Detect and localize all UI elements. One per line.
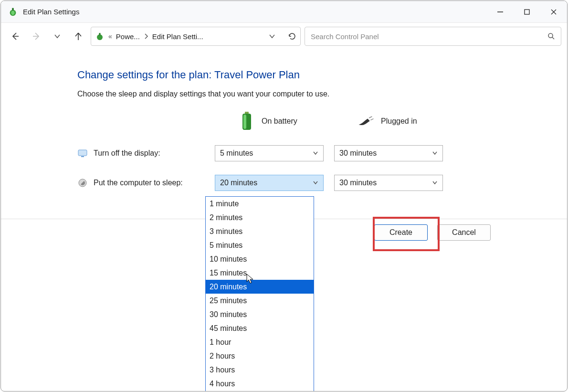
search-icon[interactable] [547, 32, 555, 40]
footer-buttons: Create Cancel [374, 224, 491, 241]
address-bar[interactable]: « Powe... Edit Plan Setti... [91, 27, 301, 46]
select-display-battery-value: 5 minutes [220, 149, 253, 158]
svg-rect-18 [78, 150, 87, 156]
chevron-down-icon [432, 180, 438, 186]
select-sleep-battery[interactable]: 20 minutes [215, 175, 324, 191]
chevron-down-icon [313, 150, 318, 156]
recent-locations-button[interactable] [49, 28, 66, 45]
row-label-display: Turn off the display: [77, 148, 206, 159]
svg-rect-19 [81, 156, 84, 157]
svg-rect-1 [12, 8, 14, 11]
svg-rect-4 [525, 10, 529, 14]
dropdown-option[interactable]: 1 hour [206, 335, 314, 349]
settings-grid: On battery Plugged in Turn off the displ [77, 111, 491, 191]
row-label-display-text: Turn off the display: [94, 149, 160, 158]
breadcrumb-separator-icon[interactable] [143, 33, 149, 39]
svg-point-2 [11, 11, 14, 15]
column-header-plugged: Plugged in [334, 111, 445, 132]
svg-rect-15 [243, 115, 246, 129]
window-frame: Edit Plan Settings « Powe [0, 0, 568, 392]
battery-icon [239, 111, 255, 132]
select-display-plugged[interactable]: 30 minutes [334, 145, 443, 161]
chevron-down-icon [432, 150, 438, 156]
svg-line-16 [369, 117, 372, 118]
row-label-sleep-text: Put the computer to sleep: [94, 179, 183, 187]
dropdown-option[interactable]: 5 hours [206, 391, 314, 392]
sleep-icon [77, 178, 88, 188]
svg-line-12 [552, 37, 554, 39]
breadcrumb-item-editplan[interactable]: Edit Plan Setti... [152, 32, 203, 41]
close-button[interactable] [540, 1, 567, 23]
row-label-sleep: Put the computer to sleep: [77, 178, 206, 188]
breadcrumb-overflow-icon[interactable]: « [107, 32, 113, 40]
select-sleep-plugged[interactable]: 30 minutes [334, 175, 443, 191]
window-title: Edit Plan Settings [23, 8, 79, 16]
back-button[interactable] [7, 28, 24, 45]
dropdown-option[interactable]: 15 minutes [206, 266, 314, 280]
svg-rect-10 [99, 33, 101, 35]
dropdown-option[interactable]: 5 minutes [206, 238, 314, 252]
dropdown-option[interactable]: 2 hours [206, 349, 314, 363]
create-button-label: Create [389, 228, 412, 237]
column-header-battery-label: On battery [262, 117, 297, 126]
search-placeholder: Search Control Panel [311, 32, 547, 41]
titlebar: Edit Plan Settings [1, 1, 567, 23]
plug-icon [358, 111, 374, 132]
dropdown-option[interactable]: 4 hours [206, 377, 314, 391]
cancel-button[interactable]: Cancel [437, 224, 491, 241]
cancel-button-label: Cancel [452, 228, 476, 237]
dropdown-option[interactable]: 3 hours [206, 363, 314, 377]
content-area: Change settings for the plan: Travel Pow… [1, 50, 567, 191]
svg-point-11 [548, 33, 553, 38]
dropdown-option[interactable]: 1 minute [206, 197, 314, 211]
forward-button[interactable] [28, 28, 45, 45]
nav-toolbar: « Powe... Edit Plan Setti... Search Cont… [1, 23, 567, 50]
location-icon [95, 32, 105, 41]
column-header-battery: On battery [215, 111, 326, 132]
dropdown-option[interactable]: 25 minutes [206, 294, 314, 307]
select-display-battery[interactable]: 5 minutes [215, 145, 324, 161]
dropdown-option[interactable]: 45 minutes [206, 321, 314, 335]
address-dropdown-icon[interactable] [268, 33, 276, 40]
dropdown-option[interactable]: 30 minutes [206, 307, 314, 321]
maximize-button[interactable] [514, 1, 540, 23]
select-sleep-plugged-value: 30 minutes [339, 179, 377, 187]
minimize-button[interactable] [487, 1, 514, 23]
display-icon [77, 148, 88, 159]
sleep-battery-dropdown[interactable]: 1 minute2 minutes3 minutes5 minutes10 mi… [205, 196, 314, 392]
refresh-button[interactable] [288, 32, 296, 41]
chevron-down-icon [313, 180, 318, 186]
dropdown-option[interactable]: 20 minutes [206, 280, 314, 294]
dropdown-option[interactable]: 10 minutes [206, 252, 314, 266]
select-display-plugged-value: 30 minutes [339, 149, 377, 158]
dropdown-option[interactable]: 2 minutes [206, 211, 314, 224]
page-subtext: Choose the sleep and display settings th… [77, 90, 491, 98]
dropdown-option[interactable]: 3 minutes [206, 224, 314, 238]
app-icon [8, 7, 18, 17]
search-input[interactable]: Search Control Panel [305, 27, 561, 46]
svg-line-17 [370, 119, 373, 120]
up-button[interactable] [70, 28, 87, 45]
column-header-plugged-label: Plugged in [381, 117, 417, 126]
breadcrumb-item-power[interactable]: Powe... [116, 32, 140, 41]
select-sleep-battery-value: 20 minutes [220, 179, 257, 187]
page-heading: Change settings for the plan: Travel Pow… [77, 69, 491, 81]
create-button[interactable]: Create [374, 224, 428, 241]
